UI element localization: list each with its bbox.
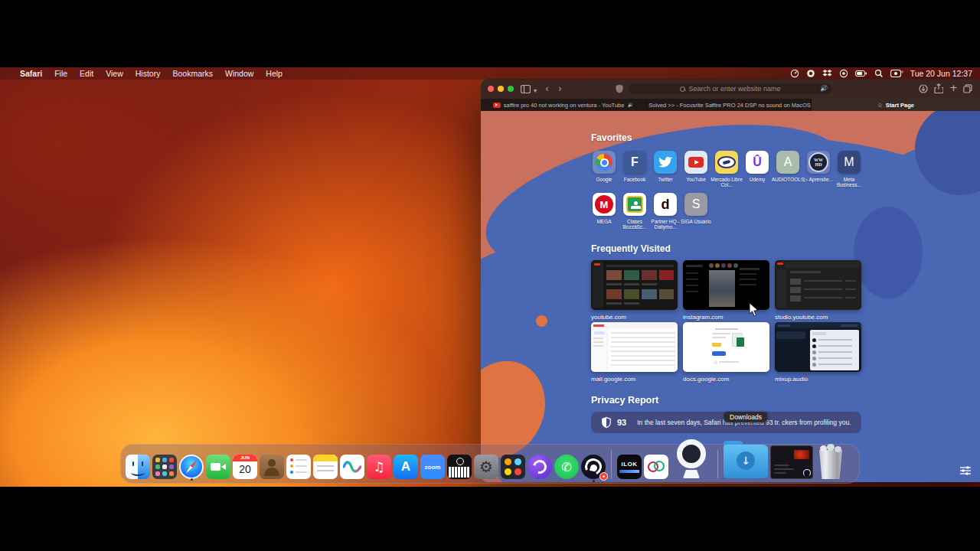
zoom-window-button[interactable]	[508, 86, 514, 92]
favorite-clases[interactable]	[623, 193, 646, 216]
tab-start-page[interactable]: ☆ Start Page	[812, 99, 980, 111]
trash-icon[interactable]	[815, 444, 846, 479]
tab-youtube[interactable]: saffire pro 40 not working on ventura - …	[481, 99, 647, 111]
zoom-app-icon[interactable]: zoom	[420, 455, 445, 479]
menu-file[interactable]: File	[54, 69, 67, 78]
favorite-twitter[interactable]	[654, 151, 677, 174]
tab-focusrite[interactable]: << Solved >> - Focusrite Saffire PRO 24 …	[647, 99, 812, 111]
privacy-tracker-count: 93	[617, 418, 626, 427]
chevron-down-icon[interactable]: ▾	[534, 85, 537, 97]
downloads-folder-icon[interactable]: ↓	[724, 441, 768, 479]
site-label[interactable]: docs.google.com	[683, 376, 729, 383]
battery-icon[interactable]	[855, 70, 867, 77]
meta-glyph: M	[844, 155, 854, 169]
start-page: Favorites F Û A WWHD M Google Facebook T…	[481, 111, 980, 482]
close-button[interactable]	[488, 86, 494, 92]
menu-history[interactable]: History	[136, 69, 161, 78]
display-user-icon[interactable]	[890, 69, 903, 78]
site-label[interactable]: mail.google.com	[591, 376, 635, 383]
pro-tools-icon[interactable]	[528, 455, 552, 479]
minimized-obs-window[interactable]	[770, 445, 813, 479]
back-button[interactable]: ‹	[545, 83, 549, 95]
menu-help[interactable]: Help	[266, 69, 283, 78]
favorite-partner-hq[interactable]: d	[654, 193, 677, 216]
favorite-meta-business[interactable]: M	[838, 151, 861, 174]
thumbnail-mixup[interactable]	[775, 322, 861, 372]
address-bar[interactable]: Search or enter website name 🔊	[629, 83, 831, 94]
siga-glyph: S	[692, 197, 701, 211]
contacts-icon[interactable]	[260, 455, 284, 479]
wave-editor-icon[interactable]	[340, 455, 364, 479]
calendar-month: JUN	[233, 455, 257, 461]
reminders-icon[interactable]	[286, 455, 311, 479]
menu-view[interactable]: View	[106, 69, 123, 78]
site-label[interactable]: studio.youtube.com	[775, 314, 828, 321]
favorite-label: Twitter	[648, 177, 682, 189]
site-label[interactable]: youtube.com	[591, 314, 626, 321]
webcam-app-icon[interactable]	[671, 438, 712, 479]
site-label[interactable]: instagram.com	[683, 314, 723, 321]
app-store-icon[interactable]: A	[394, 455, 418, 479]
menu-bar-clock[interactable]: Tue 20 Jun 12:37	[910, 69, 972, 78]
site-label[interactable]: mixup.audio	[775, 376, 808, 383]
minimize-button[interactable]	[498, 86, 504, 92]
gauge-icon[interactable]	[790, 69, 799, 78]
customize-start-page-button[interactable]	[959, 464, 972, 478]
spotlight-icon[interactable]	[874, 69, 884, 78]
piano-app-icon[interactable]	[447, 455, 472, 479]
tab-bar: saffire pro 40 not working on ventura - …	[481, 99, 980, 111]
favorite-mega[interactable]: M	[593, 193, 616, 216]
thumbnail-youtube[interactable]	[591, 260, 678, 310]
sidebar-icon[interactable]	[521, 84, 531, 96]
loopback-icon[interactable]	[644, 455, 668, 479]
favorite-audiotools[interactable]: A	[776, 151, 799, 174]
share-icon[interactable]	[934, 83, 943, 96]
thumbnail-google-docs[interactable]	[683, 322, 769, 372]
thumbnail-gmail[interactable]	[591, 322, 678, 372]
favorite-label: Meta Business...	[832, 177, 866, 189]
downloads-button[interactable]	[919, 84, 928, 96]
menu-safari[interactable]: Safari	[20, 69, 42, 78]
ilok-icon[interactable]: iLOK	[617, 455, 642, 479]
favorite-star-icon[interactable]: ☆	[877, 102, 883, 109]
favorite-mercado-libre[interactable]	[715, 151, 738, 174]
menu-edit[interactable]: Edit	[80, 69, 93, 78]
forward-button[interactable]: ›	[558, 83, 562, 95]
favorite-google[interactable]	[593, 151, 616, 174]
music-icon[interactable]: ♫	[367, 455, 391, 479]
favorite-udemy[interactable]: Û	[746, 151, 769, 174]
favorite-label: YouTube	[679, 177, 713, 189]
menu-bookmarks[interactable]: Bookmarks	[172, 69, 213, 78]
favorite-aprendie[interactable]: WWHD	[807, 151, 830, 174]
tab-overview-button[interactable]	[963, 84, 972, 96]
calendar-icon[interactable]: JUN 20	[233, 455, 257, 479]
tab-audio-icon[interactable]: 🔉	[627, 102, 634, 108]
system-settings-icon[interactable]: ⚙	[474, 455, 498, 479]
compass-needle	[185, 459, 198, 474]
page-audio-icon[interactable]: 🔊	[820, 85, 828, 92]
obs-icon[interactable]	[581, 455, 606, 479]
favorite-siga[interactable]: S	[684, 193, 707, 216]
menu-window[interactable]: Window	[225, 69, 253, 78]
running-indicator	[191, 478, 193, 481]
favorite-label: ▷ Aprendie...	[802, 177, 835, 189]
finder-icon[interactable]	[126, 455, 150, 479]
facebook-glyph: F	[631, 155, 639, 169]
whatsapp-icon[interactable]: ✆	[554, 455, 579, 479]
monitor-circle-icon[interactable]	[806, 69, 815, 78]
favorite-youtube[interactable]	[684, 151, 707, 174]
safari-dock-icon[interactable]	[179, 455, 204, 479]
bear-dark-patch-2	[854, 207, 923, 298]
notes-icon[interactable]	[313, 455, 338, 479]
record-icon[interactable]	[839, 69, 848, 78]
launchpad-icon[interactable]	[152, 455, 177, 479]
privacy-shield-icon	[602, 417, 611, 428]
davinci-resolve-icon[interactable]	[501, 455, 525, 479]
dropbox-icon[interactable]	[822, 69, 832, 78]
new-tab-button[interactable]: +	[949, 82, 958, 94]
favorite-label: MEGA	[587, 219, 621, 231]
facetime-icon[interactable]	[206, 455, 230, 479]
thumbnail-youtube-studio[interactable]	[775, 260, 861, 310]
handshake-icon	[717, 156, 736, 168]
favorite-facebook[interactable]: F	[623, 151, 646, 174]
